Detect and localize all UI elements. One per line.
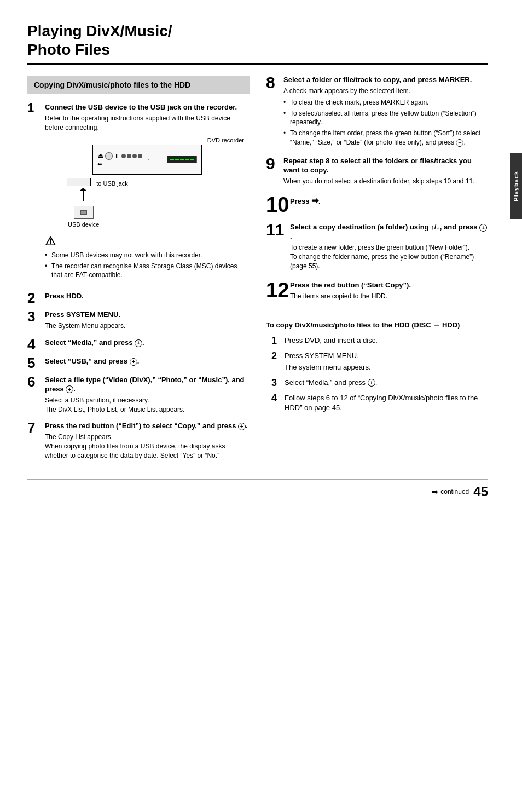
bottom-section-title: To copy DivX/music/photo files to the HD…: [266, 321, 488, 329]
note-item-1: Some USB devices may not work with this …: [45, 251, 250, 260]
usb-jack-area: to USB jack: [50, 178, 128, 228]
step-4-title: Select “Media,” and press +.: [45, 338, 250, 348]
step-11-title: Select a copy destination (a folder) usi…: [290, 223, 488, 241]
dvd-buttons: [121, 154, 142, 158]
usb-arrow: [78, 188, 89, 206]
dvd-recorder-box: · · ⏏ ⏸: [92, 145, 202, 175]
page-container: Playback Playing DivX/Music/Photo Files …: [0, 0, 522, 812]
step-6: 6 Select a file type (“Video (DivX),” “P…: [27, 376, 250, 416]
step-2: 2 Press HDD.: [27, 292, 250, 305]
svg-marker-1: [80, 188, 86, 191]
page-footer: ➡ continued 45: [27, 479, 488, 499]
step-1-title: Connect the USB device to the USB jack o…: [45, 103, 250, 112]
step-8-body: A check mark appears by the selected ite…: [283, 87, 488, 96]
note-item-2: The recorder can recognise Mass Storage …: [45, 262, 250, 280]
step-4-content: Select “Media,” and press +.: [45, 338, 250, 349]
dvd-diagram: DVD recorder · · ⏏ ⏸: [45, 137, 250, 228]
circle-plus-7: +: [238, 423, 246, 430]
small-step-4: 4 Follow steps 6 to 12 of “Copying DivX/…: [271, 393, 488, 414]
small-step-3-content: Select “Media,” and press +.: [285, 378, 488, 389]
step-11-body: To create a new folder, press the green …: [290, 243, 488, 270]
step-3-body: The System Menu appears.: [45, 321, 250, 331]
dvd-dash-3: [180, 159, 184, 160]
step-8-bullet-2: To select/unselect all items, press the …: [283, 109, 488, 128]
small-step-2-content: Press SYSTEM MENU. The system menu appea…: [285, 351, 488, 373]
footer-continued: ➡ continued: [432, 487, 469, 496]
usb-device: USB device: [68, 206, 99, 228]
step-9-body: When you do not select a destination fol…: [283, 177, 488, 186]
usb-area: to USB jack: [50, 178, 250, 228]
step-7-title: Press the red button (“Edit”) to select …: [45, 422, 250, 431]
step-2-title: Press HDD.: [45, 292, 250, 301]
small-steps: 1 Press DVD, and insert a disc. 2 Press …: [271, 336, 488, 414]
step-4: 4 Select “Media,” and press +.: [27, 338, 250, 352]
main-content: Playing DivX/Music/Photo Files Copying D…: [0, 0, 522, 812]
step-1: 1 Connect the USB device to the USB jack…: [27, 103, 250, 286]
step-5: 5 Select “USB,” and press +.: [27, 357, 250, 370]
note-section: ⚠ Some USB devices may not work with thi…: [45, 234, 250, 280]
step-7-number: 7: [27, 421, 45, 435]
small-step-3-line-1: Select “Media,” and press +.: [285, 378, 488, 388]
dvd-disc-icon: [105, 152, 113, 160]
step-6-title: Select a file type (“Video (DivX),” “Pho…: [45, 376, 250, 394]
arrow-continued: ➡: [432, 487, 438, 496]
small-step-3-num: 3: [271, 378, 285, 389]
dvd-icon-row-1: ⏏ ⏸: [97, 152, 142, 160]
step-3-content: Press SYSTEM MENU. The System Menu appea…: [45, 310, 250, 333]
step-7-content: Press the red button (“Edit”) to select …: [45, 422, 250, 462]
dvd-symbol: ⏸: [114, 153, 120, 159]
small-step-4-line-1: Follow steps 6 to 12 of “Copying DivX/mu…: [285, 393, 488, 413]
dvd-right-section: [167, 156, 197, 163]
dvd-btn-2: [127, 154, 131, 158]
step-1-content: Connect the USB device to the USB jack o…: [45, 103, 250, 286]
usb-device-body: [74, 206, 94, 219]
step-11-content: Select a copy destination (a folder) usi…: [290, 223, 488, 273]
step-6-content: Select a file type (“Video (DivX),” “Pho…: [45, 376, 250, 416]
usb-arrow-svg: [78, 188, 89, 204]
right-column: 8 Select a folder or file/track to copy,…: [266, 76, 488, 468]
step-7: 7 Press the red button (“Edit”) to selec…: [27, 422, 250, 462]
step-11: 11 Select a copy destination (a folder) …: [266, 223, 488, 273]
step-3-number: 3: [27, 309, 45, 324]
dvd-display-dashes: [170, 159, 194, 160]
step-9-title: Repeat step 8 to select all the folders …: [283, 157, 488, 175]
usb-device-label: USB device: [68, 221, 99, 228]
step-12-body: The items are copied to the HDD.: [290, 292, 488, 301]
left-column: Copying DivX/music/photo files to the HD…: [27, 76, 250, 468]
step-8: 8 Select a folder or file/track to copy,…: [266, 76, 488, 149]
page-number: 45: [473, 484, 488, 499]
small-step-2-num: 2: [271, 351, 285, 362]
usb-jack-label: to USB jack: [96, 180, 127, 187]
dvd-eject-icon: ⏏: [97, 152, 103, 160]
step-9-number: 9: [266, 156, 283, 172]
step-8-content: Select a folder or file/track to copy, a…: [283, 76, 488, 149]
dvd-btn-4: [138, 154, 142, 158]
arrow-right-10: ➡: [311, 196, 318, 205]
step-8-bullet-1: To clear the check mark, press MARKER ag…: [283, 98, 488, 107]
small-step-2-line-2: The system menu appears.: [285, 362, 488, 372]
step-1-body: Refer to the operating instructions supp…: [45, 114, 250, 133]
dvd-display: [167, 156, 197, 163]
usb-slot-visual: [67, 178, 91, 186]
note-icon: ⚠: [45, 234, 250, 249]
step-6-number: 6: [27, 375, 45, 389]
small-step-3: 3 Select “Media,” and press +.: [271, 378, 488, 389]
circle-plus-5: +: [130, 358, 137, 366]
step-6-body: Select a USB partition, if necessary.The…: [45, 396, 250, 414]
step-3: 3 Press SYSTEM MENU. The System Menu app…: [27, 310, 250, 333]
step-12-number: 12: [266, 280, 290, 301]
small-step-4-content: Follow steps 6 to 12 of “Copying DivX/mu…: [285, 393, 488, 414]
step-2-number: 2: [27, 291, 45, 305]
dvd-dash-4: [185, 159, 189, 160]
small-step-4-num: 4: [271, 393, 285, 404]
dvd-arrow-icon: ⬅: [97, 161, 102, 167]
two-column-layout: Copying DivX/music/photo files to the HD…: [27, 76, 488, 468]
step-2-content: Press HDD.: [45, 292, 250, 303]
usb-jack-label-row: to USB jack: [67, 178, 128, 187]
step-9-content: Repeat step 8 to select all the folders …: [283, 157, 488, 188]
step-5-content: Select “USB,” and press +.: [45, 357, 250, 368]
circle-plus-6: +: [66, 385, 73, 393]
small-step-1: 1 Press DVD, and insert a disc.: [271, 336, 488, 347]
small-step-1-content: Press DVD, and insert a disc.: [285, 336, 488, 347]
step-8-number: 8: [266, 74, 283, 91]
